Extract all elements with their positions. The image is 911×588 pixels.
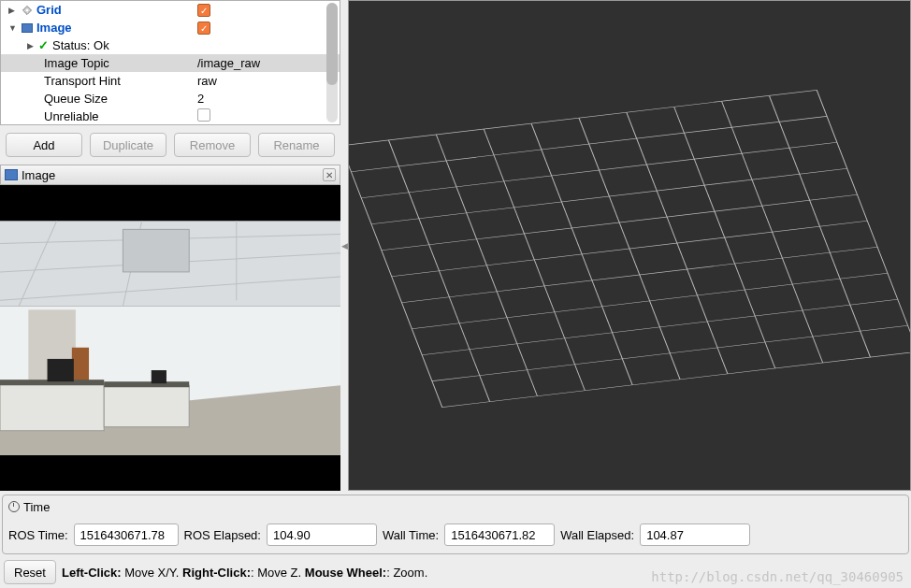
wall-time-value[interactable]: 1516430671.82 xyxy=(444,523,555,546)
prop-value[interactable]: raw xyxy=(197,74,340,88)
prop-unreliable[interactable]: Unreliable xyxy=(1,108,340,125)
svg-line-31 xyxy=(361,142,837,197)
prop-label: Unreliable xyxy=(42,109,197,123)
wall-time-label: Wall Time: xyxy=(383,528,439,542)
display-buttons: Add Duplicate Remove Rename xyxy=(0,125,340,165)
add-button[interactable]: Add xyxy=(6,133,82,157)
rename-button[interactable]: Rename xyxy=(258,133,335,157)
remove-button[interactable]: Remove xyxy=(174,133,251,157)
svg-line-32 xyxy=(371,168,847,223)
svg-rect-18 xyxy=(48,359,74,381)
svg-rect-1 xyxy=(0,455,340,480)
svg-line-34 xyxy=(392,221,868,276)
status-ok-icon: ✓ xyxy=(38,38,49,52)
collapse-handle[interactable]: ◀ xyxy=(340,0,348,491)
image-view[interactable] xyxy=(0,185,340,491)
svg-line-30 xyxy=(351,116,827,171)
prop-queue-size[interactable]: Queue Size 2 xyxy=(1,90,340,108)
ros-time-value[interactable]: 1516430671.78 xyxy=(74,523,179,546)
tree-item-grid[interactable]: ▶ Grid ✓ xyxy=(1,1,340,19)
grid-icon xyxy=(20,6,35,15)
checkbox-grid[interactable]: ✓ xyxy=(197,4,210,17)
clock-icon xyxy=(8,501,20,512)
image-icon xyxy=(5,169,18,180)
svg-line-33 xyxy=(382,194,858,250)
duplicate-button[interactable]: Duplicate xyxy=(90,133,166,157)
svg-line-38 xyxy=(432,325,908,380)
wall-elapsed-label: Wall Elapsed: xyxy=(560,528,634,542)
svg-rect-16 xyxy=(104,385,189,426)
ros-elapsed-label: ROS Elapsed: xyxy=(184,528,261,542)
status-bar: Reset Left-Click: Move X/Y. Right-Click:… xyxy=(0,556,911,588)
3d-viewport[interactable] xyxy=(348,0,911,491)
svg-rect-19 xyxy=(152,370,166,383)
svg-line-37 xyxy=(422,299,898,354)
checkbox-unreliable[interactable] xyxy=(197,108,210,122)
ros-time-label: ROS Time: xyxy=(8,528,68,542)
expand-icon[interactable]: ▶ xyxy=(27,41,38,50)
display-properties[interactable]: ▶ Grid ✓ ▼ Image ✓ ▶ ✓ Status: Ok Imag xyxy=(0,0,340,125)
prop-transport-hint[interactable]: Transport Hint raw xyxy=(1,72,340,90)
image-icon xyxy=(20,23,35,33)
svg-line-36 xyxy=(412,273,888,328)
prop-value[interactable]: /image_raw xyxy=(197,56,340,70)
prop-image-topic[interactable]: Image Topic /image_raw xyxy=(1,54,340,72)
tree-item-status[interactable]: ▶ ✓ Status: Ok xyxy=(1,36,340,54)
expand-icon[interactable]: ▶ xyxy=(8,6,20,15)
panel-title: Image xyxy=(22,168,55,182)
prop-label: Image Topic xyxy=(42,56,197,70)
scrollbar[interactable] xyxy=(326,3,338,122)
prop-label: Transport Hint xyxy=(42,74,197,88)
prop-value[interactable]: 2 xyxy=(197,92,340,106)
time-title: Time xyxy=(23,500,50,514)
tree-label: Image xyxy=(35,21,197,35)
tree-item-image[interactable]: ▼ Image ✓ xyxy=(1,19,340,36)
ros-elapsed-value[interactable]: 104.90 xyxy=(267,523,377,546)
tree-label: Grid xyxy=(35,3,197,17)
svg-line-35 xyxy=(401,247,877,302)
close-icon[interactable]: ✕ xyxy=(323,168,336,181)
hint-text: Left-Click: Move X/Y. Right-Click:: Move… xyxy=(62,566,427,580)
collapse-icon[interactable]: ▼ xyxy=(8,23,20,33)
time-panel: Time ROS Time: 1516430671.78 ROS Elapsed… xyxy=(2,495,909,554)
wall-elapsed-value[interactable]: 104.87 xyxy=(640,523,750,546)
svg-rect-17 xyxy=(104,381,189,387)
image-panel-header[interactable]: Image ✕ xyxy=(0,165,340,185)
svg-rect-11 xyxy=(123,229,189,272)
svg-rect-0 xyxy=(0,196,340,221)
status-label: Status: Ok xyxy=(49,38,197,52)
svg-rect-14 xyxy=(0,383,104,431)
prop-label: Queue Size xyxy=(42,92,197,106)
reset-button[interactable]: Reset xyxy=(4,560,56,584)
checkbox-image[interactable]: ✓ xyxy=(197,22,210,35)
